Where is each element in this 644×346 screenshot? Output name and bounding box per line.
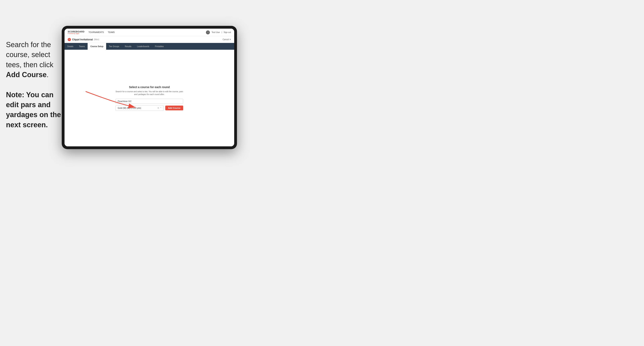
logo-sub: Powered by clippd — [68, 33, 84, 34]
instruction-line2: course, select — [6, 50, 50, 59]
top-nav: SCOREBOARD Powered by clippd TOURNAMENTS… — [64, 29, 234, 36]
instructions-panel: Search for the course, select tees, then… — [6, 40, 62, 130]
teams-nav-link[interactable]: TEAMS — [108, 31, 115, 33]
tablet-screen: SCOREBOARD Powered by clippd TOURNAMENTS… — [64, 29, 234, 146]
tab-teams[interactable]: Teams — [76, 43, 88, 50]
nav-right: T Test User | Sign out — [206, 30, 231, 34]
note-line4: next screen. — [6, 121, 48, 129]
logo-area: SCOREBOARD Powered by clippd — [68, 31, 84, 34]
course-section: Select a course for each round Search fo… — [116, 86, 183, 111]
tournament-name: Clippd Invitational — [72, 38, 93, 41]
tournament-header: C Clippd Invitational (Men) Cancel ✕ — [64, 36, 234, 43]
tab-course-setup[interactable]: Course Setup — [88, 43, 106, 50]
tee-chevron-icon[interactable]: ⌃ — [160, 107, 162, 109]
tablet-device: SCOREBOARD Powered by clippd TOURNAMENTS… — [62, 26, 237, 149]
tabs-nav: Details Teams Course Setup Tee Groups Re… — [64, 43, 234, 50]
section-description: Search for a course and select a tee. Yo… — [116, 90, 183, 96]
instruction-line1: Search for the — [6, 40, 51, 49]
tee-row: Gold (M) (M) (7010 yds) ✕ ⌃ Add Course — [116, 105, 183, 111]
main-content: Select a course for each round Search fo… — [64, 50, 234, 146]
tab-details[interactable]: Details — [64, 43, 76, 50]
tournament-title: C Clippd Invitational (Men) — [68, 38, 99, 41]
tee-select[interactable]: Gold (M) (M) (7010 yds) ✕ ⌃ — [116, 105, 164, 111]
tee-select-value: Gold (M) (M) (7010 yds) — [118, 107, 141, 109]
instruction-bold: Add Course — [6, 71, 46, 79]
tournament-icon: C — [68, 38, 71, 41]
instruction-period: . — [46, 71, 48, 79]
logo-text: SCOREBOARD — [68, 31, 84, 33]
section-title: Select a course for each round — [116, 86, 183, 89]
cancel-button[interactable]: Cancel ✕ — [223, 38, 231, 40]
note-line3: yardages on the — [6, 111, 61, 119]
tab-leaderboards[interactable]: Leaderboards — [134, 43, 152, 50]
user-avatar: T — [206, 30, 210, 34]
tournaments-nav-link[interactable]: TOURNAMENTS — [88, 31, 104, 33]
sign-out-link[interactable]: Sign out — [224, 31, 231, 33]
add-course-button[interactable]: Add Course — [165, 106, 183, 110]
tab-tee-groups[interactable]: Tee Groups — [106, 43, 122, 50]
nav-left: SCOREBOARD Powered by clippd TOURNAMENTS… — [68, 31, 115, 34]
tee-select-controls: ✕ ⌃ — [157, 107, 162, 109]
user-name: Test User — [212, 31, 220, 33]
instruction-line3: tees, then click — [6, 61, 53, 69]
tournament-subtitle: (Men) — [94, 38, 99, 40]
note-line1: Note: You can — [6, 91, 54, 99]
tab-results[interactable]: Results — [122, 43, 134, 50]
nav-separator: | — [222, 31, 222, 33]
note-line2: edit pars and — [6, 101, 50, 109]
tee-clear-icon[interactable]: ✕ — [157, 107, 159, 109]
tab-printables[interactable]: Printables — [152, 43, 166, 50]
course-search-input[interactable] — [116, 99, 183, 104]
